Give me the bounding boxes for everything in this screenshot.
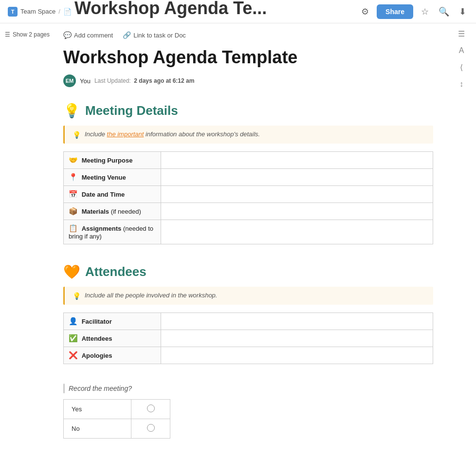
last-updated-prefix: Last Updated:: [94, 77, 131, 84]
list-icon[interactable]: ☰: [458, 29, 465, 38]
link-to-task-button[interactable]: 🔗 Link to task or Doc: [123, 31, 186, 39]
right-sidebar: ☰ A ⟨ ↕: [453, 23, 470, 460]
breadcrumb: T Team Space / 📄 Workshop Agenda Te...: [8, 0, 267, 25]
attendees-value[interactable]: [161, 330, 433, 347]
record-bar: [63, 384, 65, 393]
pages-icon: ☰: [5, 31, 10, 38]
meeting-details-hint: 💡 Include the important information abou…: [63, 126, 433, 144]
author-name: You: [80, 77, 91, 85]
avatar: EM: [63, 74, 76, 87]
add-comment-label: Add comment: [74, 32, 113, 39]
attendees-hint: 💡 Include all the people involved in the…: [63, 287, 433, 305]
doc-icon: 📄: [63, 8, 72, 16]
materials-label: 📦 Materials (if needed): [64, 203, 161, 220]
last-updated: Last Updated: 2 days ago at 6:12 am: [94, 77, 194, 84]
no-radio-button[interactable]: [147, 424, 155, 432]
no-radio-cell[interactable]: [131, 419, 170, 439]
team-icon: T: [8, 7, 18, 17]
meeting-details-heading: 💡 Meeting Details: [63, 103, 433, 119]
date-time-label: 📅 Date and Time: [64, 186, 161, 203]
table-row: ❌ Apologies: [64, 347, 433, 364]
attendees-check-icon: ✅: [69, 334, 78, 342]
attendees-hint-text: Include all the people involved in the w…: [85, 292, 217, 299]
table-row: No: [64, 419, 170, 439]
collapse-icon[interactable]: ⟨: [460, 63, 463, 72]
breadcrumb-separator: /: [58, 8, 60, 15]
date-time-value[interactable]: [161, 186, 433, 203]
record-radio-table: Yes No: [63, 399, 170, 439]
attendees-emoji: 🧡: [63, 264, 80, 280]
table-row: 📅 Date and Time: [64, 186, 433, 203]
team-name: Team Space: [20, 8, 55, 15]
facilitator-label: 👤 Facilitator: [64, 313, 161, 330]
yes-radio-cell[interactable]: [131, 400, 170, 419]
meeting-venue-label: 📍 Meeting Venue: [64, 169, 161, 186]
topbar-actions: ⚙ Share ☆ 🔍 ⬇: [359, 4, 468, 19]
show-pages-label: Show 2 pages: [13, 31, 50, 38]
share-button[interactable]: Share: [377, 4, 413, 19]
materials-suffix: (if needed): [111, 208, 141, 215]
record-question: Record the meeting?: [69, 385, 132, 392]
yes-label-cell: Yes: [64, 400, 131, 419]
facilitator-text: Facilitator: [82, 318, 112, 325]
attendees-label: ✅ Attendees: [64, 330, 161, 347]
attendees-table: 👤 Facilitator ✅ Attendees: [63, 313, 433, 364]
font-size-icon[interactable]: A: [459, 46, 464, 55]
main-content: 💬 Add comment 🔗 Link to task or Doc Work…: [54, 23, 453, 460]
hint-icon-attendees: 💡: [73, 292, 81, 300]
star-icon-button[interactable]: ☆: [419, 4, 431, 19]
doc-toolbar: 💬 Add comment 🔗 Link to task or Doc: [63, 31, 433, 39]
materials-icon: 📦: [69, 207, 78, 215]
expand-icon[interactable]: ↕: [459, 80, 463, 89]
materials-value[interactable]: [161, 203, 433, 220]
topbar: T Team Space / 📄 Workshop Agenda Te... ⚙…: [0, 0, 476, 23]
meeting-venue-icon: 📍: [69, 173, 78, 181]
attendees-label-text: Attendees: [82, 335, 112, 342]
meeting-details-emoji: 💡: [63, 103, 80, 119]
apologies-value[interactable]: [161, 347, 433, 364]
assignments-text: Assignments: [82, 225, 122, 232]
meeting-details-section: 💡 Meeting Details 💡 Include the importan…: [63, 103, 433, 244]
meeting-purpose-value[interactable]: [161, 152, 433, 169]
no-label: No: [72, 425, 80, 432]
meeting-purpose-label: 🤝 Meeting Purpose: [64, 152, 161, 169]
page-layout: ☰ Show 2 pages 💬 Add comment 🔗 Link to t…: [0, 23, 476, 460]
assignments-label: 📋 Assignments (needed to bring if any): [64, 220, 161, 244]
meeting-purpose-icon: 🤝: [69, 156, 78, 164]
table-row: 🤝 Meeting Purpose: [64, 152, 433, 169]
table-row: 📍 Meeting Venue: [64, 169, 433, 186]
comment-icon: 💬: [63, 31, 72, 39]
table-row: Yes: [64, 400, 170, 419]
hint-text: Include the important information about …: [85, 130, 260, 138]
show-pages-button[interactable]: ☰ Show 2 pages: [5, 31, 50, 38]
meeting-purpose-text: Meeting Purpose: [82, 157, 133, 164]
author-row: EM You Last Updated: 2 days ago at 6:12 …: [63, 74, 433, 87]
facilitator-value[interactable]: [161, 313, 433, 330]
add-comment-button[interactable]: 💬 Add comment: [63, 31, 113, 39]
record-section: Record the meeting? Yes No: [63, 384, 433, 439]
no-label-cell: No: [64, 419, 131, 439]
apologies-icon: ❌: [69, 351, 78, 359]
attendees-heading: 🧡 Attendees: [63, 264, 433, 280]
date-time-text: Date and Time: [82, 191, 125, 198]
hint-icon: 💡: [73, 131, 81, 139]
yes-label: Yes: [72, 405, 82, 413]
settings-icon-button[interactable]: ⚙: [359, 4, 371, 19]
record-label: Record the meeting?: [63, 384, 433, 393]
date-time-icon: 📅: [69, 190, 78, 198]
search-icon-button[interactable]: 🔍: [437, 4, 451, 19]
meeting-details-table: 🤝 Meeting Purpose 📍 Meeting Venue: [63, 151, 433, 244]
attendees-section: 🧡 Attendees 💡 Include all the people inv…: [63, 264, 433, 364]
yes-radio-button[interactable]: [147, 405, 155, 412]
last-updated-value: 2 days ago at 6:12 am: [134, 77, 194, 84]
doc-title: Workshop Agenda Template: [63, 47, 433, 68]
attendees-title: Attendees: [85, 264, 146, 279]
download-icon-button[interactable]: ⬇: [457, 4, 468, 19]
left-sidebar: ☰ Show 2 pages: [0, 23, 54, 460]
meeting-venue-value[interactable]: [161, 169, 433, 186]
meeting-venue-text: Meeting Venue: [82, 174, 126, 181]
table-row: 📦 Materials (if needed): [64, 203, 433, 220]
table-row: 👤 Facilitator: [64, 313, 433, 330]
assignments-value[interactable]: [161, 220, 433, 244]
table-row: ✅ Attendees: [64, 330, 433, 347]
